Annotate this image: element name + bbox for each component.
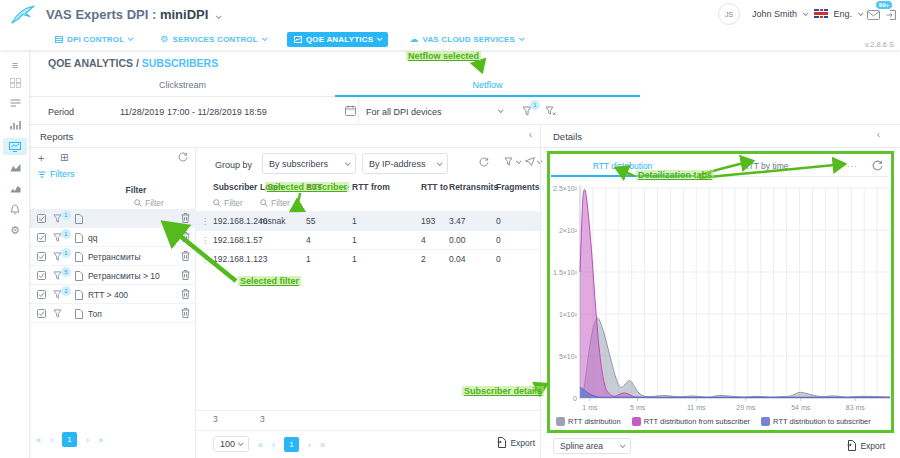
add-group-button[interactable]: ⊞: [60, 152, 68, 163]
table-row[interactable]: ⋮ 192.168.1.246 rusnak 55 1 193 3.47 0: [196, 211, 540, 230]
kebab-icon[interactable]: ⋮: [196, 217, 213, 226]
total-subscribers: 3: [213, 414, 260, 424]
nav-services-control[interactable]: ⚙ SERVICES CONTROL: [153, 31, 273, 47]
filter-funnel-icon[interactable]: [53, 309, 62, 318]
chevron-down-icon[interactable]: [516, 158, 522, 164]
legend-item[interactable]: RTT distribution from subscriber: [632, 417, 750, 426]
app-title[interactable]: VAS Experts DPI : miniDPI: [46, 7, 220, 22]
dpi-devices-select[interactable]: For all DPI devices: [366, 107, 442, 117]
detail-tabs: RTT distribution RTT by time: [551, 156, 889, 177]
table-row[interactable]: ⋮ 192.168.1.123 1 1 2 0.04 0: [196, 249, 540, 268]
checkbox-icon[interactable]: [37, 271, 46, 280]
tab-rtt-by-time[interactable]: RTT by time: [694, 156, 837, 176]
messages-icon[interactable]: [867, 10, 880, 20]
checkbox-icon[interactable]: [37, 214, 46, 223]
filter-toolbar: + ⊞: [30, 150, 196, 168]
next-page-button[interactable]: ›: [308, 440, 311, 450]
filter-list-item[interactable]: 1: [30, 209, 196, 228]
more-tabs-button[interactable]: ...: [847, 159, 858, 169]
checkbox-icon[interactable]: [37, 233, 46, 242]
sidebar-qoe-monitor-icon[interactable]: [3, 138, 27, 155]
group-by-ip-select[interactable]: By IP-address: [362, 153, 448, 174]
share-menu-icon[interactable]: [525, 157, 535, 166]
prev-page-button[interactable]: ‹: [272, 440, 275, 450]
breadcrumb-section[interactable]: QOE ANALYTICS: [48, 57, 133, 69]
user-menu[interactable]: John Smith: [752, 9, 797, 19]
checkbox-icon[interactable]: [37, 252, 46, 261]
logout-icon[interactable]: [886, 10, 897, 20]
group-by-select[interactable]: By subscribers: [262, 153, 356, 174]
period-input[interactable]: 11/28/2019 17:00 - 11/28/2019 18:59: [120, 107, 267, 117]
page-size-select[interactable]: 100: [213, 436, 249, 452]
refresh-table-icon[interactable]: [479, 157, 489, 167]
reset-filter-icon[interactable]: [545, 106, 556, 116]
checkbox-icon[interactable]: [37, 290, 46, 299]
filter-list-item[interactable]: 1 qq: [30, 228, 196, 247]
col-fragments[interactable]: Fragments: [496, 182, 536, 192]
column-filter-menu-icon[interactable]: [504, 157, 513, 166]
kebab-icon[interactable]: ⋮: [196, 236, 213, 245]
refresh-filters-icon[interactable]: [178, 152, 188, 162]
col-subscriber[interactable]: Subscriber: [213, 182, 260, 192]
collapse-reports-icon[interactable]: ‹: [529, 129, 532, 140]
chevron-down-icon: [858, 10, 864, 16]
filter-list-item[interactable]: Топ: [30, 304, 196, 323]
filter-list-item[interactable]: 1 Ретрансмиты: [30, 247, 196, 266]
legend-item[interactable]: RTT distribution to subscriber: [761, 417, 871, 426]
delete-icon[interactable]: [181, 270, 190, 280]
delete-icon[interactable]: [181, 289, 190, 299]
sidebar-stats-icon[interactable]: [3, 180, 27, 197]
subscriber-filter-input[interactable]: Filter: [213, 198, 243, 208]
top-bar: VAS Experts DPI : miniDPI JS John Smith …: [0, 0, 900, 50]
col-rtt-to[interactable]: RTT to: [421, 182, 449, 192]
kebab-icon[interactable]: ⋮: [196, 255, 213, 264]
search-icon: [213, 199, 221, 207]
prev-page-button[interactable]: ‹: [50, 435, 53, 445]
filter-list-item[interactable]: 5 Ретрансмиты > 10: [30, 266, 196, 285]
legend-item[interactable]: RTT distribution: [556, 417, 621, 426]
tab-clickstream[interactable]: Clickstream: [30, 76, 335, 96]
sidebar-reports-icon[interactable]: [3, 95, 27, 112]
table-row[interactable]: ⋮ 192.168.1.57 4 1 4 0.00 0: [196, 230, 540, 249]
language-menu[interactable]: Eng.: [833, 9, 852, 19]
next-page-button[interactable]: ›: [86, 435, 89, 445]
sidebar-bell-icon[interactable]: [3, 201, 27, 218]
avatar[interactable]: JS: [718, 3, 740, 25]
current-page[interactable]: 1: [284, 437, 299, 452]
delete-icon[interactable]: [181, 251, 190, 261]
col-retransmits[interactable]: Retransmits: [449, 182, 496, 192]
chart-type-select[interactable]: Spline area: [553, 438, 631, 454]
table-export-button[interactable]: Export: [497, 437, 535, 448]
sidebar-area-chart-icon[interactable]: [3, 159, 27, 176]
cell-fragments: 0: [496, 216, 536, 226]
login-filter-input[interactable]: Filter: [260, 198, 290, 208]
tab-netflow[interactable]: Netflow: [335, 76, 640, 96]
first-page-button[interactable]: «: [36, 435, 41, 445]
sidebar-dashboard-icon[interactable]: [3, 74, 27, 91]
checkbox-icon[interactable]: [37, 309, 46, 318]
delete-icon[interactable]: [181, 213, 190, 223]
last-page-button[interactable]: »: [98, 435, 103, 445]
current-page[interactable]: 1: [62, 432, 77, 447]
nav-dpi-control[interactable]: DPI CONTROL: [48, 32, 139, 47]
calendar-icon[interactable]: [345, 105, 356, 116]
sidebar-gear-icon[interactable]: ⚙: [3, 222, 27, 239]
nav-qoe-analytics[interactable]: QOE ANALYTICS: [287, 32, 388, 47]
first-page-button[interactable]: «: [258, 440, 263, 450]
refresh-chart-icon[interactable]: [872, 160, 883, 171]
delete-icon[interactable]: [181, 232, 190, 242]
filter-list-item[interactable]: 2 RTT > 400: [30, 285, 196, 304]
filter-column-header[interactable]: Filter: [86, 185, 186, 195]
filter-search-input[interactable]: Filter: [134, 198, 164, 208]
add-filter-button[interactable]: +: [38, 152, 44, 164]
col-rtt-from[interactable]: RTT from: [352, 182, 421, 192]
svg-text:5 ms: 5 ms: [630, 404, 646, 411]
last-page-button[interactable]: »: [320, 440, 325, 450]
delete-icon[interactable]: [181, 308, 190, 318]
menu-icon[interactable]: ≡: [3, 56, 27, 73]
filters-section-label[interactable]: Filters: [38, 169, 75, 179]
cell-retransmits: 0.00: [449, 235, 496, 245]
sidebar-bar-chart-icon[interactable]: [3, 116, 27, 133]
nav-vas-cloud-services[interactable]: ☁ VAS CLOUD SERVICES: [402, 31, 530, 47]
chart-export-button[interactable]: Export: [847, 440, 885, 451]
